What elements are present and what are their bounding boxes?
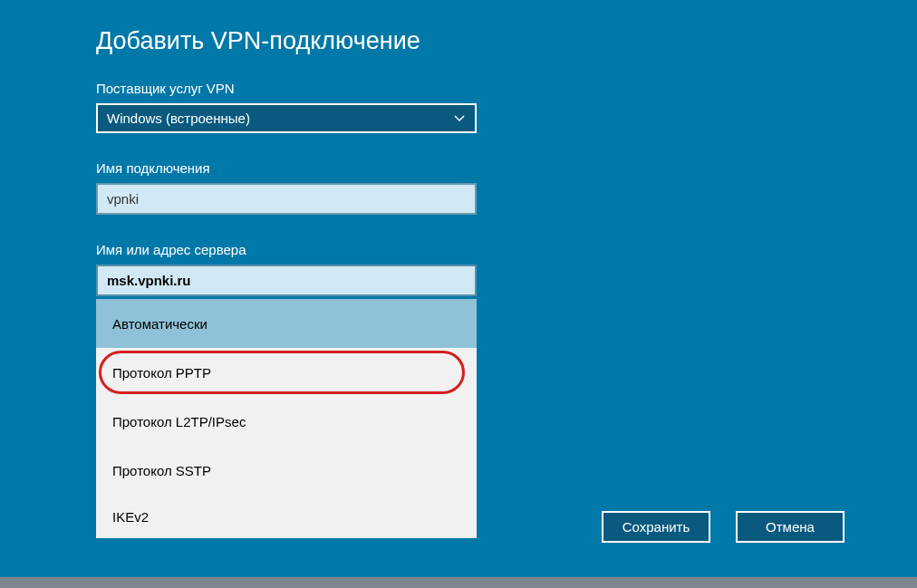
bottom-strip <box>0 577 917 588</box>
connection-name-label: Имя подключения <box>96 160 917 176</box>
vpn-type-option-auto[interactable]: Автоматически <box>96 299 477 348</box>
server-address-group: Имя или адрес сервера Автоматически Прот… <box>96 242 917 538</box>
dropdown-item-label: IKEv2 <box>112 509 149 525</box>
save-button[interactable]: Сохранить <box>602 511 710 543</box>
dropdown-item-label: Протокол PPTP <box>112 365 211 381</box>
vpn-type-option-l2tp[interactable]: Протокол L2TP/IPsec <box>96 397 477 446</box>
vpn-type-dropdown: Автоматически Протокол PPTP Протокол L2T… <box>96 299 477 538</box>
server-address-input[interactable] <box>96 265 477 296</box>
vpn-provider-select[interactable]: Windows (встроенные) <box>96 103 477 133</box>
button-row: Сохранить Отмена <box>602 511 845 543</box>
vpn-provider-label: Поставщик услуг VPN <box>96 81 917 96</box>
chevron-down-icon <box>453 112 466 125</box>
page-title: Добавить VPN-подключение <box>96 27 917 55</box>
dropdown-item-label: Автоматически <box>112 316 208 332</box>
connection-name-group: Имя подключения <box>96 160 917 215</box>
dropdown-item-label: Протокол SSTP <box>112 463 211 478</box>
vpn-type-option-ikev2[interactable]: IKEv2 <box>96 495 477 538</box>
vpn-type-option-sstp[interactable]: Протокол SSTP <box>96 446 477 495</box>
dropdown-item-label: Протокол L2TP/IPsec <box>112 414 246 429</box>
connection-name-input[interactable] <box>96 183 477 215</box>
vpn-provider-value: Windows (встроенные) <box>107 111 250 126</box>
cancel-button[interactable]: Отмена <box>736 511 845 543</box>
vpn-provider-group: Поставщик услуг VPN Windows (встроенные) <box>96 81 917 133</box>
vpn-type-option-pptp[interactable]: Протокол PPTP <box>96 348 477 397</box>
server-address-label: Имя или адрес сервера <box>96 242 917 257</box>
